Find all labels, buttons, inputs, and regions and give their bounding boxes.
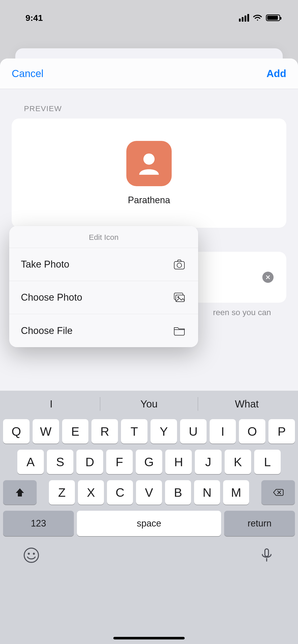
key-v[interactable]: V: [136, 480, 162, 505]
key-x[interactable]: X: [78, 480, 104, 505]
svg-point-9: [28, 553, 30, 555]
key-s[interactable]: S: [47, 450, 73, 474]
svg-rect-1: [174, 261, 184, 269]
svg-point-10: [33, 553, 35, 555]
svg-rect-11: [265, 549, 268, 557]
suggestion-bar: I You What: [3, 391, 295, 417]
shift-key[interactable]: [3, 480, 37, 505]
key-m[interactable]: M: [223, 480, 249, 505]
backspace-icon: [273, 487, 284, 498]
key-b[interactable]: B: [165, 480, 191, 505]
key-y[interactable]: Y: [151, 419, 177, 444]
svg-point-2: [177, 263, 182, 268]
folder-icon: [172, 324, 186, 338]
keyboard: I You What QWERTYUIOP ASDFGHJKL ZXCVBNM …: [0, 391, 298, 644]
emoji-icon[interactable]: [23, 547, 40, 564]
camera-icon: [172, 257, 186, 272]
key-i[interactable]: I: [210, 419, 236, 444]
navigation-bar: Cancel Add: [0, 58, 298, 89]
status-indicators: [239, 14, 280, 22]
key-t[interactable]: T: [121, 419, 147, 444]
space-key[interactable]: space: [77, 511, 221, 536]
wifi-icon: [253, 14, 262, 21]
preview-section-label: PREVIEW: [0, 89, 298, 119]
preview-card: Parathena: [12, 119, 286, 228]
suggestion-1[interactable]: I: [3, 398, 100, 410]
status-bar: 9:41: [0, 0, 298, 36]
cellular-icon: [239, 14, 249, 22]
menu-item-label: Choose File: [21, 325, 73, 336]
clear-text-button[interactable]: [262, 272, 274, 283]
photos-icon: [172, 290, 186, 305]
key-h[interactable]: H: [165, 450, 192, 474]
menu-item-label: Take Photo: [21, 259, 69, 270]
preview-name-label: Parathena: [128, 195, 170, 206]
home-indicator[interactable]: [113, 637, 185, 639]
key-p[interactable]: P: [268, 419, 295, 444]
menu-item-choose-file[interactable]: Choose File: [9, 314, 198, 347]
key-e[interactable]: E: [62, 419, 89, 444]
person-icon: [135, 150, 163, 178]
key-r[interactable]: R: [91, 419, 118, 444]
suggestion-3[interactable]: What: [198, 398, 295, 410]
key-k[interactable]: K: [225, 450, 251, 474]
svg-point-6: [178, 296, 179, 298]
app-icon[interactable]: [126, 141, 172, 186]
key-c[interactable]: C: [107, 480, 133, 505]
key-w[interactable]: W: [33, 419, 59, 444]
popover-title: Edit Icon: [9, 226, 198, 248]
keyboard-footer: [3, 538, 295, 566]
shift-icon: [14, 487, 25, 498]
close-icon: [265, 274, 271, 280]
menu-item-take-photo[interactable]: Take Photo: [9, 248, 198, 281]
key-n[interactable]: N: [194, 480, 220, 505]
key-f[interactable]: F: [106, 450, 133, 474]
key-d[interactable]: D: [76, 450, 103, 474]
key-z[interactable]: Z: [49, 480, 75, 505]
add-button[interactable]: Add: [266, 68, 286, 79]
key-q[interactable]: Q: [3, 419, 30, 444]
svg-point-8: [24, 548, 38, 562]
key-o[interactable]: O: [239, 419, 265, 444]
status-time: 9:41: [25, 13, 43, 23]
key-u[interactable]: U: [180, 419, 207, 444]
suggestion-2[interactable]: You: [100, 398, 198, 410]
return-key[interactable]: return: [224, 511, 295, 536]
edit-icon-popover: Edit Icon Take Photo Choose Photo: [9, 226, 198, 347]
battery-icon: [266, 14, 280, 21]
key-g[interactable]: G: [136, 450, 162, 474]
key-j[interactable]: J: [195, 450, 221, 474]
dictation-icon[interactable]: [258, 547, 275, 564]
cancel-button[interactable]: Cancel: [12, 68, 44, 79]
backspace-key[interactable]: [261, 480, 295, 505]
menu-item-label: Choose Photo: [21, 292, 82, 303]
key-l[interactable]: L: [254, 450, 281, 474]
numeric-key[interactable]: 123: [3, 511, 74, 536]
menu-item-choose-photo[interactable]: Choose Photo: [9, 281, 198, 314]
key-a[interactable]: A: [17, 450, 44, 474]
svg-point-0: [143, 153, 155, 165]
